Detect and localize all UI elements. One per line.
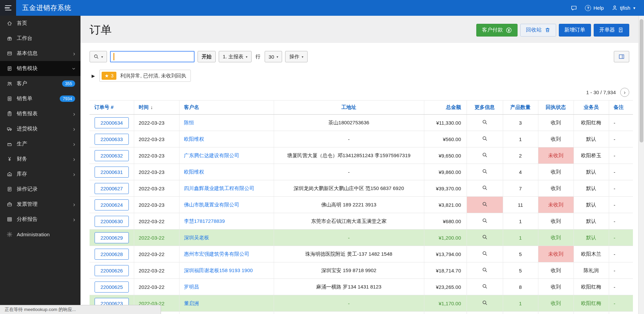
order-number-link[interactable]: 22000625 [95, 281, 129, 293]
customer-link[interactable]: 深圳福田谢老板158 9193 1900 [184, 267, 253, 273]
note: - [609, 147, 633, 164]
customer-link[interactable]: 董启洲 [184, 300, 199, 306]
column-header[interactable]: 回执状态 [538, 101, 574, 115]
order-number-link[interactable]: 22000626 [95, 265, 129, 276]
order-tool-button[interactable]: 开单器 [594, 24, 630, 37]
note: - [609, 180, 633, 197]
sidebar-item-logs[interactable]: 操作记录 [0, 182, 80, 197]
customer-payment-button[interactable]: 客户付款 [476, 24, 518, 37]
order-number-link[interactable]: 22000628 [95, 249, 129, 260]
topbar-right: ? Help tjfish ▾ [571, 5, 635, 11]
column-header[interactable]: 总金额 [424, 101, 467, 115]
magnifier-icon[interactable] [482, 284, 488, 289]
sidebar-item-label: 生产 [17, 140, 27, 147]
magnifier-icon[interactable] [482, 169, 488, 174]
sidebar: 首页工作台基本信息›销售模块›客户355销售单7934销售报表›进货模块›生产›… [0, 16, 80, 314]
order-number-link[interactable]: 22000629 [95, 232, 129, 243]
vertical-scrollbar[interactable] [638, 16, 644, 314]
column-header[interactable]: 更多信息 [467, 101, 503, 115]
column-header[interactable]: 备注 [609, 101, 633, 115]
order-number-link[interactable]: 22000630 [95, 216, 129, 227]
salesperson: 欧阳红梅 [574, 295, 609, 312]
sidebar-item-label: 发票管理 [17, 201, 38, 208]
order-number-link[interactable]: 22000624 [95, 199, 129, 210]
chat-icon[interactable] [571, 5, 577, 11]
sidebar-item-workbench[interactable]: 工作台 [0, 31, 80, 46]
sidebar-item-analytics[interactable]: 分析报告› [0, 212, 80, 227]
customer-link[interactable]: 四川鑫辉晟业建筑工程有限公司 [184, 185, 255, 191]
expander-icon[interactable]: ▶ [90, 73, 95, 78]
magnifier-icon[interactable] [482, 201, 488, 207]
customer-link[interactable]: 李慧17817278839 [184, 218, 225, 224]
customer-link[interactable]: 欧阳维权 [184, 136, 204, 142]
sidebar-item-invoices[interactable]: 发票管理› [0, 197, 80, 212]
column-header[interactable]: 产品数量 [503, 101, 538, 115]
sidebar-item-finance[interactable]: 财务› [0, 151, 80, 167]
order-date: 2022-03-22 [134, 262, 179, 279]
product-qty: 1 [503, 230, 538, 246]
magnifier-icon[interactable] [482, 136, 488, 141]
table-row: 220006322022-03-23广东腾仁达建设有限公司塘厦民营大厦（总仓）邓… [90, 147, 633, 164]
help-button[interactable]: ? Help [585, 5, 604, 11]
sidebar-item-home[interactable]: 首页 [0, 16, 80, 31]
sidebar-item-label: 操作记录 [17, 186, 38, 193]
customer-link[interactable]: 欧阳维权 [184, 169, 204, 175]
magnifier-icon[interactable] [482, 267, 488, 273]
sidebar-item-purchase[interactable]: 进货模块› [0, 121, 80, 136]
magnifier-icon[interactable] [482, 234, 488, 240]
site-address: 深圳宝安 159 8718 9902 [274, 262, 424, 279]
magnifier-icon[interactable] [482, 119, 488, 125]
column-header[interactable]: 工地址 [274, 101, 424, 115]
customer-link[interactable]: 深圳吴老板 [184, 235, 209, 240]
search-mode-button[interactable]: ▾ [90, 51, 107, 62]
customer-link[interactable]: 佛山市凯晟置业有限公司 [184, 202, 239, 207]
sidebar-item-sales-module[interactable]: 销售模块› [0, 61, 80, 76]
order-number-link[interactable]: 22000631 [95, 167, 129, 178]
site-address: 麻涌一横路 罗134 1431 8123 [274, 279, 424, 295]
hamburger-menu-icon[interactable] [0, 0, 16, 16]
yen-icon [6, 156, 12, 162]
panel-toggle-button[interactable] [614, 51, 629, 62]
scrollbar-thumb[interactable] [640, 19, 643, 142]
column-header[interactable]: 客户名 [179, 101, 274, 115]
salesperson: 欧阳红梅 [574, 115, 609, 131]
new-order-button[interactable]: 新增订单 [559, 24, 591, 37]
actions-button[interactable]: 操作 ▾ [285, 51, 307, 62]
rows-select[interactable]: 30 ▾ [265, 51, 282, 62]
magnifier-icon[interactable] [482, 185, 488, 191]
report-select[interactable]: 1. 主报表 ▾ [219, 51, 252, 62]
order-number-link[interactable]: 22000632 [95, 150, 129, 161]
product-qty: 4 [503, 164, 538, 180]
sidebar-item-administration[interactable]: Administration [0, 227, 80, 242]
start-button[interactable]: 开始 [198, 51, 216, 62]
order-number-link[interactable]: 22000634 [95, 117, 129, 128]
magnifier-icon[interactable] [482, 218, 488, 224]
customer-link[interactable]: 广东腾仁达建设有限公司 [184, 152, 239, 158]
customer-link[interactable]: 陈恒 [184, 120, 194, 125]
column-header[interactable]: 订单号 # [90, 101, 134, 115]
receipt-status: 未收到 [538, 147, 574, 164]
recycle-bin-button[interactable]: 回收站 [520, 24, 556, 37]
site-address: - [274, 230, 424, 246]
column-header[interactable]: 业务员 [574, 101, 609, 115]
order-number-link[interactable]: 22000633 [95, 134, 129, 145]
sidebar-item-sales-orders[interactable]: 销售单7934 [0, 91, 80, 106]
customer-link[interactable]: 惠州市宏强建筑劳务有限公司 [184, 251, 250, 257]
search-input[interactable] [110, 51, 195, 62]
sidebar-item-inventory[interactable]: 库存› [0, 167, 80, 182]
saved-filter-chip[interactable]: ★ 3 利润异常, 已付清, 未收到回执 [99, 70, 191, 82]
trash-icon [545, 27, 550, 33]
sidebar-item-sales-reports[interactable]: 销售报表› [0, 106, 80, 121]
magnifier-icon[interactable] [482, 152, 488, 158]
page-range: 1 - 30 / 7,934 [586, 89, 616, 95]
customer-link[interactable]: 罗明昌 [184, 284, 199, 290]
magnifier-icon[interactable] [482, 300, 488, 306]
sidebar-item-production[interactable]: 生产› [0, 136, 80, 151]
sidebar-item-customers[interactable]: 客户355 [0, 76, 80, 91]
order-number-link[interactable]: 22000627 [95, 183, 129, 194]
column-header[interactable]: 时间↓ [134, 101, 179, 115]
magnifier-icon[interactable] [482, 251, 488, 256]
user-menu[interactable]: tjfish ▾ [612, 5, 635, 11]
sidebar-item-basic-info[interactable]: 基本信息› [0, 46, 80, 61]
next-page-button[interactable]: › [620, 88, 629, 97]
